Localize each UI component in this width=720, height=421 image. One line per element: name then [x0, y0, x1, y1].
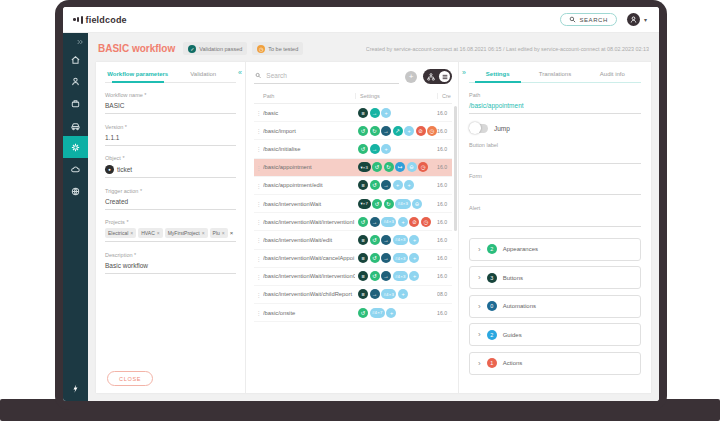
- setting-icon[interactable]: ↺: [370, 235, 380, 245]
- setting-icon[interactable]: ↻: [370, 126, 380, 136]
- close-button[interactable]: CLOSE: [107, 371, 153, 386]
- version-input[interactable]: 1.1.1: [105, 132, 236, 146]
- accordion-guides[interactable]: ›2Guides: [469, 323, 641, 346]
- setting-icon[interactable]: →: [370, 108, 380, 118]
- table-row[interactable]: ⋮/basic/interventionWait/interventionI↺→…: [254, 213, 452, 231]
- setting-icon[interactable]: ≡: [358, 108, 368, 118]
- setting-icon[interactable]: →: [381, 180, 391, 190]
- tab-settings[interactable]: Settings: [469, 71, 526, 77]
- chevron-down-icon[interactable]: ▾: [644, 16, 647, 23]
- setting-icon[interactable]: ↻: [384, 199, 394, 209]
- table-row[interactable]: ⋮/basic/appointment▾×3↺↻↦⊖◷16.0: [254, 159, 452, 177]
- setting-icon[interactable]: →: [381, 235, 391, 245]
- search-button[interactable]: SEARCH: [560, 13, 617, 26]
- collapse-right-panel-icon[interactable]: »: [462, 69, 466, 76]
- sidebar-item-toolbox[interactable]: [63, 92, 88, 114]
- project-chip[interactable]: HVAC×: [138, 228, 162, 238]
- form-input[interactable]: [469, 182, 641, 196]
- setting-icon[interactable]: +: [409, 253, 419, 263]
- setting-icon[interactable]: →: [370, 289, 380, 299]
- setting-icon[interactable]: +: [409, 271, 419, 281]
- sidebar-item-workflows[interactable]: [63, 136, 88, 158]
- table-row[interactable]: ⋮/basic/import↺↻→↗+⊘◷16.0: [254, 122, 452, 140]
- user-avatar[interactable]: [627, 13, 640, 26]
- accordion-buttons[interactable]: ›3Buttons: [469, 266, 641, 289]
- remove-chip-icon[interactable]: ×: [157, 230, 160, 236]
- accordion-appearances[interactable]: ›2Appearances: [469, 238, 641, 261]
- setting-icon[interactable]: +: [381, 144, 391, 154]
- trigger-action-select[interactable]: Created: [105, 196, 236, 210]
- setting-icon[interactable]: ↻: [384, 162, 394, 172]
- object-select[interactable]: ● ticket: [105, 164, 236, 179]
- setting-icon[interactable]: →: [381, 126, 391, 136]
- setting-icon[interactable]: ↗: [393, 126, 403, 136]
- setting-icon[interactable]: ≡: [358, 289, 368, 299]
- drag-handle-icon[interactable]: ⋮: [254, 145, 263, 152]
- drag-handle-icon[interactable]: ⋮: [254, 218, 263, 225]
- table-row[interactable]: ⋮/basic/interventionWait/edit≡↺→#4×3+16.…: [254, 231, 452, 249]
- drag-handle-icon[interactable]: ⋮: [254, 255, 263, 262]
- setting-icon[interactable]: →: [370, 217, 380, 227]
- setting-icon[interactable]: +: [404, 126, 414, 136]
- setting-icon[interactable]: +: [386, 308, 396, 318]
- drag-handle-icon[interactable]: ⋮: [254, 309, 263, 316]
- drag-handle-icon[interactable]: ⋮: [254, 109, 263, 116]
- setting-icon[interactable]: ◷: [427, 126, 437, 136]
- table-row[interactable]: ⋮/basic/appointment/edit≡↺→++16.0: [254, 177, 452, 195]
- sidebar-item-network[interactable]: [63, 180, 88, 202]
- setting-icon[interactable]: ⊘: [416, 126, 426, 136]
- sidebar-item-collapse[interactable]: [63, 35, 88, 48]
- setting-icon[interactable]: +: [398, 289, 408, 299]
- accordion-automations[interactable]: ›0Automations: [469, 295, 641, 318]
- setting-icon[interactable]: #4×3: [395, 199, 410, 209]
- workflow-name-input[interactable]: BASIC: [105, 101, 236, 115]
- drag-handle-icon[interactable]: ⋮: [254, 200, 263, 207]
- sidebar-item-people[interactable]: [63, 70, 88, 92]
- alert-input[interactable]: [469, 213, 641, 227]
- setting-icon[interactable]: #4×7: [370, 308, 385, 318]
- setting-icon[interactable]: ↺: [358, 217, 368, 227]
- view-mode-toggle[interactable]: [423, 69, 452, 84]
- remove-chip-icon[interactable]: ×: [222, 230, 225, 236]
- setting-icon[interactable]: →: [381, 253, 391, 263]
- drag-handle-icon[interactable]: ⋮: [254, 291, 263, 298]
- setting-icon[interactable]: ↦: [395, 162, 405, 172]
- setting-icon[interactable]: ↺: [372, 162, 382, 172]
- accordion-actions[interactable]: ›1Actions: [469, 352, 641, 375]
- list-view-icon[interactable]: [439, 71, 450, 82]
- setting-icon[interactable]: +: [404, 180, 414, 190]
- project-chip[interactable]: Plu×: [210, 228, 228, 238]
- setting-icon[interactable]: ▾×7: [358, 199, 371, 209]
- setting-icon[interactable]: ↺: [370, 180, 380, 190]
- setting-icon[interactable]: ↺: [370, 271, 380, 281]
- setting-icon[interactable]: ↺: [372, 199, 382, 209]
- setting-icon[interactable]: ⊘: [409, 217, 419, 227]
- setting-icon[interactable]: ≡: [358, 253, 368, 263]
- sidebar-item-cloud[interactable]: [63, 158, 88, 180]
- setting-icon[interactable]: ≡: [358, 271, 368, 281]
- setting-icon[interactable]: →: [381, 271, 391, 281]
- setting-icon[interactable]: #4×3: [381, 289, 396, 299]
- scrollbar[interactable]: [454, 106, 457, 231]
- search-input[interactable]: [264, 71, 398, 80]
- drag-handle-icon[interactable]: ⋮: [254, 182, 263, 189]
- table-row[interactable]: ⋮/basic/interventionWait/interventionC≡↺…: [254, 268, 452, 286]
- setting-icon[interactable]: ≡: [358, 180, 368, 190]
- remove-chip-icon[interactable]: ×: [202, 230, 205, 236]
- setting-icon[interactable]: ◷: [421, 217, 431, 227]
- setting-icon[interactable]: ↺: [358, 144, 368, 154]
- setting-icon[interactable]: +: [409, 235, 419, 245]
- table-row[interactable]: ⋮/basic/interventionWait/cancelAppoi≡↺→#…: [254, 250, 452, 268]
- sidebar-item-home[interactable]: [63, 48, 88, 70]
- setting-icon[interactable]: #4×3: [393, 271, 408, 281]
- setting-icon[interactable]: #4×3: [393, 235, 408, 245]
- table-row[interactable]: ⋮/basic≡→+16.0: [254, 104, 452, 122]
- drag-handle-icon[interactable]: ⋮: [254, 236, 263, 243]
- setting-icon[interactable]: ↺: [358, 308, 368, 318]
- setting-icon[interactable]: ◷: [418, 162, 428, 172]
- table-row[interactable]: ⋮/basic/interventionWait/childReport≡→#4…: [254, 286, 452, 304]
- drag-handle-icon[interactable]: ⋮: [254, 127, 263, 134]
- setting-icon[interactable]: ▾×3: [358, 162, 371, 172]
- button-label-input[interactable]: [469, 150, 641, 164]
- setting-icon[interactable]: ⊖: [407, 162, 417, 172]
